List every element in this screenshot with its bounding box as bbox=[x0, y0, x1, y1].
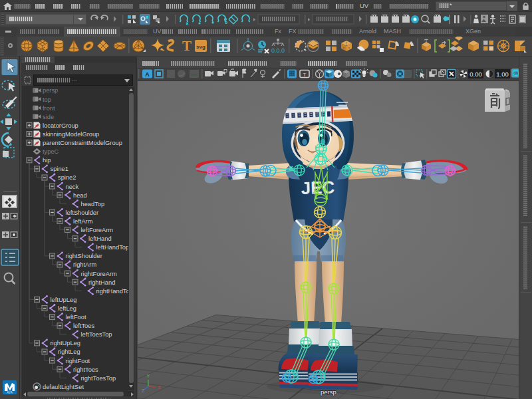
svg-text:leftHand: leftHand bbox=[88, 235, 112, 242]
svg-text:typeC: typeC bbox=[43, 148, 59, 155]
svg-text:1.00: 1.00 bbox=[496, 70, 509, 78]
svg-text:0.00: 0.00 bbox=[469, 70, 482, 78]
svg-text:rightShoulder: rightShoulder bbox=[66, 253, 102, 259]
svg-text:persp: persp bbox=[321, 388, 336, 396]
svg-text:rightHandTop: rightHandTop bbox=[96, 288, 129, 295]
svg-text:leftForeArm: leftForeArm bbox=[81, 227, 114, 233]
svg-text:0.0.0: 0.0.0 bbox=[271, 47, 285, 54]
svg-text:rightForeArm: rightForeArm bbox=[81, 271, 117, 277]
svg-text:hip: hip bbox=[43, 157, 51, 164]
svg-text:front: front bbox=[43, 105, 55, 112]
svg-text:T: T bbox=[303, 72, 307, 78]
svg-text:rightLeg: rightLeg bbox=[58, 348, 80, 355]
svg-text:head: head bbox=[73, 192, 87, 199]
svg-text:parentConstraintModelGroup: parentConstraintModelGroup bbox=[43, 140, 122, 146]
svg-text:leftShoulder: leftShoulder bbox=[66, 209, 99, 216]
svg-text:A: A bbox=[145, 71, 150, 78]
svg-text:leftFoot: leftFoot bbox=[66, 314, 86, 321]
svg-text:leftUpLeg: leftUpLeg bbox=[51, 297, 77, 303]
svg-text:rightUpLeg: rightUpLeg bbox=[51, 340, 80, 346]
svg-text:neck: neck bbox=[66, 184, 79, 190]
svg-text:spine1: spine1 bbox=[51, 166, 68, 172]
svg-text:side: side bbox=[43, 114, 54, 120]
svg-text:leftHandTop: leftHandTop bbox=[96, 244, 129, 251]
svg-text:rightArm: rightArm bbox=[73, 261, 96, 268]
svg-text:svg: svg bbox=[196, 44, 205, 50]
svg-text:locatorGroup: locatorGroup bbox=[43, 122, 78, 129]
svg-text:persp: persp bbox=[43, 87, 58, 94]
svg-text:X: X bbox=[158, 385, 161, 390]
svg-text:leftArm: leftArm bbox=[73, 218, 93, 225]
svg-text:leftToesTop: leftToesTop bbox=[81, 331, 112, 338]
svg-text:AYA: AYA bbox=[7, 391, 12, 394]
svg-text:leftToes: leftToes bbox=[73, 323, 94, 329]
svg-text:ON: ON bbox=[513, 72, 518, 75]
svg-text:spine2: spine2 bbox=[58, 174, 76, 181]
svg-text:rightFoot: rightFoot bbox=[66, 358, 90, 364]
svg-text:T: T bbox=[182, 38, 192, 54]
svg-text:rightToes: rightToes bbox=[73, 366, 98, 373]
svg-text:rightHand: rightHand bbox=[88, 279, 115, 286]
svg-text:rightToesTop: rightToesTop bbox=[81, 375, 116, 382]
svg-text:Y: Y bbox=[147, 374, 150, 378]
svg-text:top: top bbox=[43, 96, 51, 103]
svg-text:headTop: headTop bbox=[81, 201, 105, 207]
svg-text:defaultLightSet: defaultLightSet bbox=[43, 384, 84, 390]
svg-text:skinningModelGroup: skinningModelGroup bbox=[43, 131, 99, 138]
svg-text:Z: Z bbox=[142, 388, 145, 393]
svg-text:leftLeg: leftLeg bbox=[58, 305, 76, 312]
